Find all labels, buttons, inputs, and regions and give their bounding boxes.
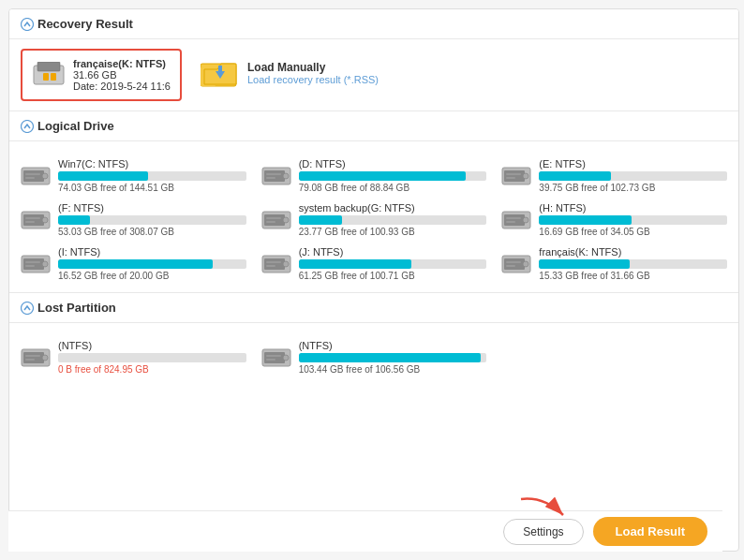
svg-point-38 [523, 217, 528, 223]
svg-rect-39 [506, 217, 521, 219]
drive-entry-name: system backup(G: NTFS) [299, 202, 487, 214]
svg-rect-32 [264, 214, 285, 226]
logical-drive-entry[interactable]: (I: NTFS) 16.52 GB free of 20.00 GB [21, 246, 246, 281]
svg-rect-42 [23, 258, 44, 270]
load-result-button[interactable]: Load Result [593, 517, 707, 546]
svg-rect-30 [25, 221, 35, 223]
logical-drives-grid: Win7(C: NTFS) 74.03 GB free of 144.51 GB… [21, 158, 727, 281]
svg-rect-58 [23, 352, 44, 363]
svg-rect-24 [506, 173, 521, 175]
svg-rect-14 [25, 173, 40, 175]
drive-entry-free: 103.44 GB free of 106.56 GB [299, 364, 487, 375]
load-manually-folder-icon [201, 56, 238, 90]
lost-drive-entry[interactable]: (NTFS) 0 B free of 824.95 GB [21, 340, 246, 375]
svg-rect-19 [266, 173, 281, 175]
selected-drive-info: française(K: NTFS) 31.66 GB Date: 2019-5… [73, 58, 171, 92]
chevron-up-icon [21, 18, 34, 31]
drive-entry-free: 16.52 GB free of 20.00 GB [58, 271, 246, 281]
progress-bar-container [539, 215, 727, 225]
progress-bar-container [539, 171, 727, 181]
recovery-item-selected[interactable]: française(K: NTFS) 31.66 GB Date: 2019-5… [21, 49, 182, 101]
progress-bar-container [539, 259, 727, 269]
recovery-result-title: Recovery Result [37, 17, 133, 31]
hdd-icon [21, 207, 51, 233]
hdd-icon [261, 251, 291, 277]
svg-rect-54 [506, 261, 521, 263]
progress-bar-container [299, 353, 487, 362]
recovery-result-section: française(K: NTFS) 31.66 GB Date: 2019-5… [9, 39, 738, 111]
hdd-icon [21, 163, 51, 189]
svg-rect-65 [266, 355, 281, 357]
progress-bar-fill [299, 353, 482, 362]
drive-entry-free: 53.03 GB free of 308.07 GB [58, 227, 246, 237]
svg-rect-61 [25, 359, 35, 361]
load-manually-text: Load Manually Load recovery result (*.RS… [247, 61, 379, 85]
drive-entry-name: (NTFS) [299, 340, 487, 351]
logical-drive-entry[interactable]: français(K: NTFS) 15.33 GB free of 31.66… [501, 246, 727, 281]
svg-rect-60 [25, 355, 40, 357]
logical-drive-entry[interactable]: (D: NTFS) 79.08 GB free of 88.84 GB [261, 158, 487, 193]
svg-point-13 [42, 173, 48, 179]
drive-entry-info: Win7(C: NTFS) 74.03 GB free of 144.51 GB [58, 158, 246, 193]
drive-entry-name: (J: NTFS) [299, 246, 487, 258]
drive-entry-free: 39.75 GB free of 102.73 GB [539, 183, 727, 193]
progress-bar-fill [58, 259, 213, 269]
selected-drive-size: 31.66 GB [73, 69, 171, 81]
progress-bar-container [299, 259, 487, 269]
svg-rect-52 [504, 258, 525, 270]
progress-bar-fill [58, 215, 90, 225]
recovery-items-list: française(K: NTFS) 31.66 GB Date: 2019-5… [21, 49, 727, 101]
hdd-icon [501, 251, 531, 277]
drive-entry-info: system backup(G: NTFS) 23.77 GB free of … [299, 202, 487, 237]
progress-bar-fill [299, 215, 342, 225]
hdd-icon [501, 163, 531, 189]
drive-entry-info: (J: NTFS) 61.25 GB free of 100.71 GB [299, 246, 487, 281]
hdd-icon [501, 207, 531, 233]
svg-rect-20 [266, 177, 275, 179]
svg-point-59 [42, 355, 48, 361]
progress-bar-container [58, 215, 246, 225]
svg-rect-25 [506, 177, 515, 179]
drive-entry-name: (D: NTFS) [299, 158, 487, 169]
drive-entry-free: 23.77 GB free of 100.93 GB [299, 227, 487, 237]
drive-entry-info: (D: NTFS) 79.08 GB free of 88.84 GB [299, 158, 487, 193]
drive-entry-info: (NTFS) 103.44 GB free of 106.56 GB [299, 340, 487, 375]
logical-drive-entry[interactable]: (J: NTFS) 61.25 GB free of 100.71 GB [261, 246, 487, 281]
progress-bar-fill [58, 171, 148, 181]
logical-drive-entry[interactable]: Win7(C: NTFS) 74.03 GB free of 144.51 GB [21, 158, 246, 193]
progress-bar-container [58, 259, 246, 269]
svg-rect-15 [25, 177, 35, 179]
logical-drive-section: Win7(C: NTFS) 74.03 GB free of 144.51 GB… [9, 141, 738, 293]
logical-drive-entry[interactable]: (F: NTFS) 53.03 GB free of 308.07 GB [21, 202, 246, 237]
drive-entry-name: (H: NTFS) [539, 202, 727, 214]
hdd-icon [21, 345, 51, 371]
svg-rect-63 [264, 352, 285, 363]
logical-drive-entry[interactable]: system backup(G: NTFS) 23.77 GB free of … [261, 202, 487, 237]
drive-entry-info: (F: NTFS) 53.03 GB free of 308.07 GB [58, 202, 246, 237]
svg-rect-44 [25, 261, 40, 263]
drive-entry-name: (F: NTFS) [58, 202, 246, 214]
hdd-icon [261, 163, 291, 189]
drive-entry-info: (I: NTFS) 16.52 GB free of 20.00 GB [58, 246, 246, 281]
drive-entry-info: (H: NTFS) 16.69 GB free of 34.05 GB [539, 202, 727, 237]
drive-entry-info: français(K: NTFS) 15.33 GB free of 31.66… [539, 246, 727, 281]
drive-entry-free: 15.33 GB free of 31.66 GB [539, 271, 727, 281]
logical-drive-entry[interactable]: (E: NTFS) 39.75 GB free of 102.73 GB [501, 158, 727, 193]
progress-bar-fill [539, 215, 631, 225]
svg-point-18 [283, 173, 289, 179]
load-manually-title: Load Manually [247, 61, 379, 74]
bottom-bar: Settings Load Result [8, 510, 722, 552]
load-manually-subtitle: Load recovery result (*.RSS) [247, 74, 379, 85]
svg-rect-29 [25, 217, 40, 219]
drive-entry-name: (E: NTFS) [539, 158, 727, 169]
progress-bar-fill [539, 171, 610, 181]
logical-drive-entry[interactable]: (H: NTFS) 16.69 GB free of 34.05 GB [501, 202, 727, 237]
svg-point-53 [523, 261, 528, 267]
load-manually-item[interactable]: Load Manually Load recovery result (*.RS… [197, 49, 382, 97]
progress-bar-fill [539, 259, 629, 269]
lost-drive-entry[interactable]: (NTFS) 103.44 GB free of 106.56 GB [261, 340, 487, 375]
drive-entry-name: (I: NTFS) [58, 246, 246, 258]
svg-rect-22 [504, 170, 525, 182]
drive-entry-free: 74.03 GB free of 144.51 GB [58, 183, 246, 193]
drive-entry-free: 0 B free of 824.95 GB [58, 364, 246, 375]
